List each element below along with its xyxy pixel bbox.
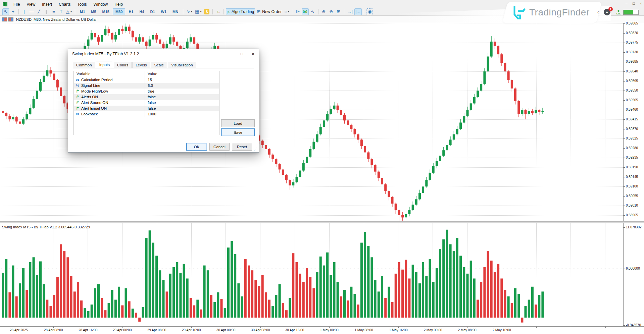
tradingfinder-watermark: TradingFinder [505,2,599,23]
indicators-button[interactable]: ▦▾ [194,8,202,15]
timeframe-mn-button[interactable]: MN [170,8,181,15]
tab-common[interactable]: Common [73,62,95,68]
price-label: 0.59100 [626,184,638,188]
window-minimize-button[interactable]: – [626,1,628,5]
timeframe-d1-button-label: D1 [150,10,155,14]
tab-inputs[interactable]: Inputs [96,61,113,67]
input-row-alerts-on[interactable]: ↱Alerts ONfalse [74,94,219,100]
window-close-button[interactable]: × [640,1,642,5]
fibonacci-tool-button[interactable]: ≡ [50,8,57,15]
dialog-title: Swing Index MT5 - By TFlab V1.2 1.2 [72,52,225,56]
text-tool-button[interactable]: T [58,8,64,15]
vertical-line-tool-button[interactable]: | [21,8,28,15]
tab-colors[interactable]: Colors [114,62,132,68]
trendline-tool-button[interactable]: ╱ [36,8,42,15]
symbols-button[interactable]: $ [203,8,210,15]
save-button[interactable]: Save [221,128,255,136]
tradingfinder-logo-icon [511,4,526,20]
window-restore-button[interactable]: □ [633,1,635,5]
tile-windows-button[interactable]: ⊞ [335,8,342,15]
chart-type-button[interactable]: ∿▾ [185,8,193,15]
variable-cell: ↱Alert Email ON [74,106,145,111]
number-icon: 01 [74,77,81,83]
input-row-lookback[interactable]: 01Lookback1000 [74,111,219,117]
zoom-out-button[interactable]: ⊖ [328,8,335,15]
horizontal-line-tool-button[interactable]: ― [28,8,35,15]
cursor-tool-button[interactable]: ↖ [2,8,9,15]
price-tick [624,158,625,158]
swing-index-histogram[interactable] [0,223,623,326]
new-order-button[interactable]: ⊞New Order [256,8,283,15]
timeframe-m30-button[interactable]: M30 [113,8,125,15]
timeframe-m1-button[interactable]: M1 [77,8,88,15]
time-label: 29 Apr 00:00 [104,328,141,332]
price-scale[interactable]: 0.598650.598200.597750.597300.596850.596… [623,23,644,326]
auto-scroll-button[interactable]: →| [346,8,354,15]
input-row-calculation-period[interactable]: 01Calculation Period15 [74,77,219,83]
dialog-maximize-button[interactable]: □ [236,50,247,58]
menu-item-tools[interactable]: Tools [74,1,90,8]
value-cell[interactable]: false [145,100,219,106]
tab-levels[interactable]: Levels [132,62,150,68]
ok-button[interactable]: OK [186,143,207,151]
menu-item-file[interactable]: File [10,1,23,8]
flag-icon: ↱ [74,89,81,94]
time-axis[interactable]: 28 Apr 202528 Apr 08:0028 Apr 16:0029 Ap… [0,326,644,334]
price-tick [624,23,625,24]
price-label: 0.59325 [626,136,638,140]
load-button[interactable]: Load [221,119,255,127]
scroll-left-icon[interactable]: ‹ [597,9,599,15]
menu-item-window[interactable]: Window [90,1,111,8]
zoom-in-button[interactable]: ⊕ [320,8,327,15]
deposit-withdraw-button[interactable]: ↑↓ [215,8,221,15]
value-cell[interactable]: 15 [145,77,219,83]
crosshair-tool-button[interactable]: + [10,8,16,15]
shapes-tool-button[interactable]: △▾ [65,8,73,15]
line-chart-mode-button[interactable]: ∿ [309,8,316,15]
time-label: 2 May 08:00 [449,328,486,332]
tab-scale[interactable]: Scale [151,62,167,68]
objects-dropdown-button[interactable]: ≈▾ [283,8,290,15]
chart-shift-button[interactable]: |← [354,8,362,15]
input-row-mode-high-low[interactable]: ↱Mode High/Lowtrue [74,89,219,94]
algo-trading-button[interactable]: ▷Algo Trading [226,8,255,15]
timeframe-d1-button[interactable]: D1 [148,8,158,15]
value-cell[interactable]: 6.0 [145,83,219,89]
candle-chart-mode-button[interactable]: 00 [302,8,308,15]
menu-item-insert[interactable]: Insert [39,1,55,8]
bar-chart-mode-button[interactable]: ⊪ [294,8,301,15]
input-row-alert-email-on[interactable]: ↱Alert Email ONfalse [74,106,219,111]
dialog-resize-grip[interactable]: ⋰ [254,148,258,152]
cancel-button[interactable]: Cancel [209,143,230,151]
menu-item-view[interactable]: View [23,1,39,8]
chevron-down-icon: ▾ [191,10,192,13]
value-cell[interactable]: 1000 [145,111,219,117]
variable-cell: ↱Alerts ON [74,94,145,100]
timeframe-m5-button[interactable]: M5 [88,8,99,15]
timeframe-m15-button[interactable]: M15 [100,8,112,15]
value-cell[interactable]: true [145,89,219,94]
chart-shift-icon: |← [355,9,361,15]
toolbar-separator [224,9,224,14]
timeframe-h4-button[interactable]: H4 [137,8,147,15]
value-cell[interactable]: false [145,94,219,100]
notification-icon[interactable]: ● 1 [604,9,610,15]
reset-button[interactable]: Reset [232,143,252,151]
channel-tool-button[interactable]: ∥ [43,8,50,15]
menu-item-help[interactable]: Help [111,1,126,8]
toolbar-separator [18,9,19,14]
timeframe-w1-button[interactable]: W1 [158,8,169,15]
price-tick [624,81,625,81]
tab-visualization[interactable]: Visualization [168,62,196,68]
dialog-minimize-button[interactable]: — [225,50,236,58]
screenshot-button[interactable]: ◉ [366,8,373,15]
value-cell[interactable]: false [145,106,219,111]
input-row-signal-line[interactable]: ½Signal Line6.0 [74,83,219,89]
time-tick [122,327,122,328]
dialog-title-bar[interactable]: Swing Index MT5 - By TFlab V1.2 1.2 — □ … [68,49,259,59]
menu-item-charts[interactable]: Charts [55,1,74,8]
dialog-close-button[interactable]: ✕ [247,50,259,58]
timeframe-h1-button[interactable]: H1 [126,8,136,15]
input-row-alert-sound-on[interactable]: ↱Alert Sound ONfalse [74,100,219,106]
pane-separator[interactable] [0,221,644,223]
